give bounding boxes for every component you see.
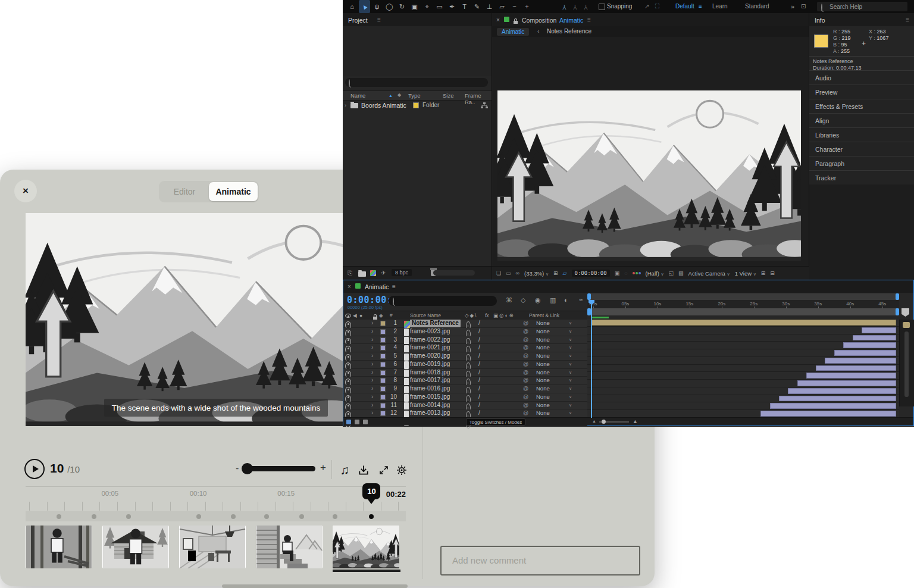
view-axis-icon[interactable]: Y [584,4,588,10]
pickwhip-icon[interactable]: @ [523,402,528,409]
track-row[interactable] [587,349,899,357]
frame-blending-icon[interactable]: ▥ [550,296,556,304]
track-row[interactable] [587,334,899,342]
label-swatch[interactable] [380,403,386,408]
frame-dot[interactable] [57,514,61,519]
expand-arrow[interactable]: › [371,385,373,393]
label-swatch[interactable] [380,345,386,351]
parent-select[interactable]: None∨ [536,328,573,336]
selection-tool-icon[interactable]: ▲ [359,0,370,13]
snap-scope-icon[interactable]: ⛶ [655,3,659,10]
track-row[interactable] [587,365,899,373]
video-column-icon[interactable] [345,314,351,318]
timeline-search-field[interactable] [389,296,497,306]
layer-name[interactable]: frame-0020.jpg [410,352,450,360]
label-swatch[interactable] [380,386,386,392]
exposure-icon[interactable]: ⊟ [770,270,775,276]
vertical-scrollbar[interactable] [899,320,914,406]
layer-name[interactable]: frame-0017.jpg [410,377,450,384]
zoom-in-mountain-icon[interactable]: ▲ [633,418,638,424]
layer-duration-bar[interactable] [834,350,896,356]
grid-guides-icon[interactable]: ⊞ [761,270,766,276]
expand-arrow[interactable]: › [371,409,373,417]
layer-row[interactable]: ›1Notes Reference/@None∨ [343,320,587,328]
track-row[interactable] [587,395,899,403]
workspace-learn[interactable]: Learn [712,3,728,10]
quality-switch-icon[interactable]: / [478,393,480,401]
playhead-line[interactable] [591,300,592,418]
download-button[interactable] [356,462,371,478]
render-queue-icon[interactable] [346,420,351,424]
pickwhip-icon[interactable]: @ [523,344,528,352]
expand-arrow[interactable]: › [371,336,373,344]
thumbnail-porch-figure[interactable] [256,526,323,568]
pickwhip-icon[interactable]: @ [523,320,528,327]
region-of-interest-icon[interactable]: ▱ [563,270,567,276]
comp-mini-flowchart-icon[interactable]: ⌘ [506,296,512,304]
parent-select[interactable]: None∨ [536,393,573,401]
interpret-footage-icon[interactable]: ⎘ [348,270,352,277]
pickwhip-icon[interactable]: @ [523,377,528,384]
type-tool-icon[interactable]: T [459,0,470,13]
frame-dot[interactable] [299,514,304,519]
pan-behind-tool-icon[interactable]: ⌖ [421,0,433,13]
track-row[interactable] [587,342,899,349]
breadcrumb-back-icon[interactable]: ‹ [537,28,539,35]
track-row[interactable] [587,387,899,395]
quality-switch-icon[interactable]: / [478,409,480,417]
label-swatch[interactable] [380,411,386,416]
composition-tab-word[interactable]: Composition [522,17,556,24]
scroll-thumb[interactable] [904,331,909,397]
toggle-switches-button[interactable]: Toggle Switches / Modes [466,418,525,426]
quality-switch-icon[interactable]: / [478,320,480,327]
frame-dot[interactable] [333,514,337,519]
layer-duration-bar[interactable] [843,342,896,348]
layer-name[interactable]: frame-0021.jpg [410,344,450,352]
mirror-icon[interactable]: ∞ [516,270,519,276]
expand-arrow[interactable]: › [371,377,373,384]
parent-select[interactable]: None∨ [536,385,573,393]
view-layout-select[interactable]: Active Camera ∨ [688,270,730,277]
expand-arrow[interactable]: › [371,352,373,360]
expand-arrow[interactable]: › [371,344,373,352]
comp-viewport[interactable] [492,37,809,267]
project-row-boords-animatic[interactable]: › Boords Animatic Folder [343,101,492,111]
layer-row[interactable]: ›2frame-0023.jpg/@None∨ [343,328,587,336]
parent-select[interactable]: None∨ [536,369,573,377]
track-row[interactable] [587,372,899,380]
roto-brush-tool-icon[interactable]: ~ [509,0,520,13]
layer-row[interactable]: ›7frame-0018.jpg/@None∨ [343,369,587,377]
quality-switch-icon[interactable]: / [478,336,480,344]
scroll-handle-right[interactable] [896,293,899,300]
puppet-pin-tool-icon[interactable]: + [521,0,533,13]
expand-arrow[interactable]: › [371,320,373,327]
label-swatch[interactable] [380,321,386,326]
hand-tool-icon[interactable]: ψ [371,0,383,13]
expand-arrow[interactable]: › [371,361,373,368]
always-preview-icon[interactable]: ❏ [496,270,501,276]
side-panel-character[interactable]: Character [809,142,914,156]
comp-timecode[interactable]: 0:00:00:00 [572,270,610,277]
label-swatch[interactable] [380,337,386,343]
track-row[interactable] [587,319,899,327]
col-size[interactable]: Size [443,92,453,99]
quality-switch-icon[interactable]: / [478,385,480,393]
mask-visibility-icon[interactable]: ◱ [669,270,674,276]
clone-stamp-tool-icon[interactable]: ⊥ [484,0,495,13]
work-area-bar[interactable] [587,308,899,315]
breadcrumb-parent[interactable]: Notes Reference [547,28,591,35]
item-name[interactable]: Boords Animatic [361,102,406,109]
parent-select[interactable]: None∨ [536,344,573,352]
label-column-icon[interactable]: ◆ [397,92,401,98]
layer-name[interactable]: frame-0018.jpg [410,369,450,377]
parent-select[interactable]: None∨ [536,352,573,360]
layer-duration-bar[interactable] [816,365,896,371]
magnification-select[interactable]: (33.3%) ∨ [524,270,549,277]
time-ruler[interactable]: 00s05s10s15s20s25s30s35s40s45s [587,300,899,308]
track-row[interactable] [587,380,899,387]
project-search-field[interactable] [345,78,488,87]
layer-duration-bar[interactable] [770,403,896,409]
layer-row[interactable]: ›11frame-0014.jpg/@None∨ [343,402,587,410]
expand-arrow[interactable]: › [371,328,373,336]
parent-select[interactable]: None∨ [536,320,573,327]
